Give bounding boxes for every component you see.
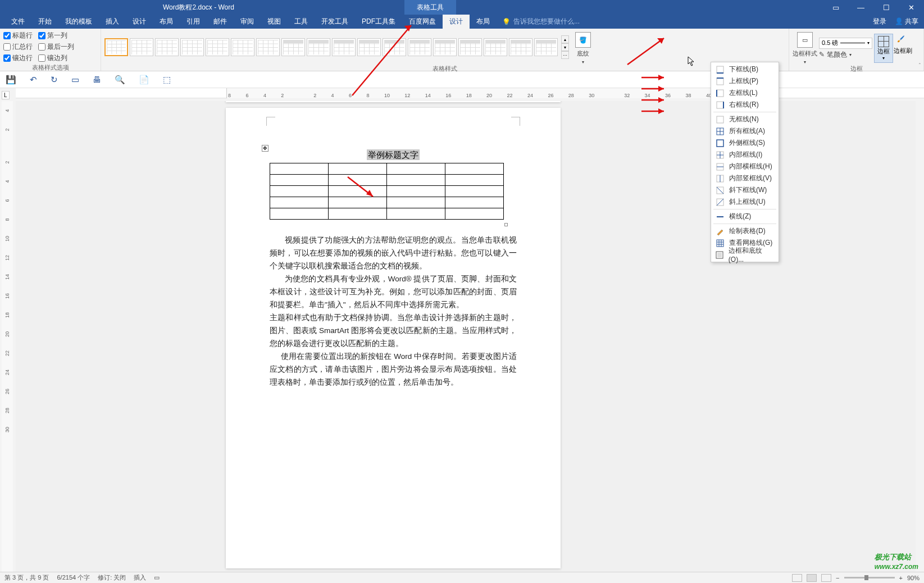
border-menu-top[interactable]: 上框线(P) (711, 75, 779, 87)
view-read-icon[interactable] (792, 574, 802, 582)
gallery-down-icon[interactable]: ▾ (561, 43, 569, 51)
minimize-button[interactable]: — (848, 0, 873, 15)
border-menu-du[interactable]: 斜上框线(U) (711, 196, 779, 208)
menu-view[interactable]: 视图 (261, 15, 288, 29)
status-insert[interactable]: 插入 (134, 573, 146, 582)
border-menu-all[interactable]: 所有框线(A) (711, 125, 779, 137)
ruler-toggle[interactable]: L (2, 91, 10, 99)
zoom-level[interactable]: 90% (907, 575, 920, 581)
border-weight-select[interactable]: 0.5 磅 ▾ (819, 38, 872, 49)
menu-home[interactable]: 开始 (31, 15, 58, 29)
layout-icon[interactable]: ⬚ (163, 75, 171, 85)
gallery-up-icon[interactable]: ▴ (561, 35, 569, 43)
table-resize-handle[interactable] (504, 223, 508, 226)
table-styles-gallery[interactable] (104, 38, 558, 56)
border-menu-iv[interactable]: 内部竖框线(V) (711, 172, 779, 184)
dd-border-icon (716, 186, 725, 195)
border-menu-bottom[interactable]: 下框线(B) (711, 63, 779, 75)
border-menu-dd[interactable]: 斜下框线(W) (711, 184, 779, 196)
vertical-ruler[interactable]: 4224681012141618202224262830 (2, 101, 13, 572)
menu-file[interactable]: 文件 (4, 15, 31, 29)
svg-marker-43 (658, 108, 664, 114)
table-style-item[interactable] (509, 38, 532, 56)
menu-review[interactable]: 审阅 (234, 15, 261, 29)
border-menu-dlg[interactable]: 边框和底纹(O)... (711, 249, 779, 261)
menu-references[interactable]: 引用 (180, 15, 207, 29)
login-button[interactable]: 登录 (873, 17, 886, 26)
find-icon[interactable]: 🔍 (115, 75, 125, 85)
border-menu-right[interactable]: 右框线(R) (711, 99, 779, 111)
table-style-item[interactable] (458, 38, 482, 56)
view-web-icon[interactable] (821, 574, 831, 582)
menu-insert[interactable]: 插入 (99, 15, 126, 29)
svg-rect-6 (717, 102, 723, 108)
document-area[interactable]: ✥ 举例标题文字 视频提供了功能强大的方法帮助您证明您的观点。当您单击联机视频时… (16, 101, 916, 572)
checkbox-total-row[interactable]: 汇总行 (3, 41, 33, 52)
document-body-text[interactable]: 视频提供了功能强大的方法帮助您证明您的观点。当您单击联机视频时，可以在想要添加的… (270, 234, 517, 389)
menu-table-design[interactable]: 设计 (443, 15, 470, 29)
table-style-item[interactable] (155, 38, 179, 56)
table-style-item[interactable] (307, 38, 330, 56)
table-style-item[interactable] (104, 38, 128, 56)
borders-dropdown-button[interactable]: 边框 ▾ (874, 34, 893, 63)
save-icon[interactable]: 💾 (6, 75, 16, 85)
table-style-item[interactable] (534, 38, 558, 56)
status-revise[interactable]: 修订: 关闭 (98, 573, 126, 582)
menu-mail[interactable]: 邮件 (207, 15, 234, 29)
checkbox-banded-row[interactable]: 镶边行 (3, 52, 33, 63)
collapse-ribbon-icon[interactable]: ˆ (919, 63, 921, 69)
table-style-item[interactable] (256, 38, 280, 56)
zoom-in-icon[interactable]: + (899, 575, 903, 581)
view-print-icon[interactable] (807, 574, 817, 582)
horizontal-ruler[interactable]: 8642246810121416182022242628303234363840 (16, 88, 924, 98)
border-menu-outside[interactable]: 外侧框线(S) (711, 137, 779, 149)
menu-tools[interactable]: 工具 (288, 15, 315, 29)
pen-color-button[interactable]: ✎ 笔颜色 ▾ (819, 50, 872, 60)
table-style-item[interactable] (484, 38, 507, 56)
border-menu-left[interactable]: 左框线(L) (711, 87, 779, 99)
status-page[interactable]: 第 3 页，共 9 页 (4, 573, 49, 582)
ribbon-options-icon[interactable]: ▭ (823, 0, 848, 15)
border-menu-hline[interactable]: 横线(Z) (711, 211, 779, 222)
table-style-item[interactable] (206, 38, 229, 56)
new-icon[interactable]: ▭ (71, 75, 79, 85)
menu-layout[interactable]: 布局 (153, 15, 180, 29)
menu-design[interactable]: 设计 (126, 15, 153, 29)
share-button[interactable]: 👤 共享 (895, 17, 918, 26)
document-title[interactable]: 举例标题文字 (226, 150, 561, 161)
document-table[interactable] (270, 163, 504, 220)
menu-my-templates[interactable]: 我的模板 (58, 15, 99, 29)
maximize-button[interactable]: ☐ (873, 0, 899, 15)
border-painter-button[interactable]: 🖌️ 边框刷 (893, 34, 912, 63)
gallery-more-icon[interactable]: ⋯ (561, 51, 569, 59)
table-style-item[interactable] (231, 38, 254, 56)
border-menu-ih[interactable]: 内部横框线(H) (711, 161, 779, 172)
shading-button[interactable]: 🪣 底纹 ▾ (571, 30, 595, 65)
table-style-item[interactable] (180, 38, 204, 56)
redo-icon[interactable]: ↻ (51, 75, 58, 85)
status-record-icon[interactable]: ▭ (154, 574, 160, 581)
close-button[interactable]: ✕ (899, 0, 924, 15)
border-menu-inside[interactable]: 内部框线(I) (711, 149, 779, 161)
border-menu-draw[interactable]: 绘制表格(D) (711, 225, 779, 237)
border-menu-none[interactable]: 无框线(N) (711, 113, 779, 125)
zoom-slider[interactable] (844, 577, 895, 579)
border-style-button[interactable]: ▭ 边框样式 ▾ (793, 30, 817, 65)
undo-icon[interactable]: ↶ (30, 75, 37, 85)
table-style-item[interactable] (281, 38, 305, 56)
checkbox-heading-row[interactable]: 标题行 (3, 30, 33, 41)
copy-icon[interactable]: 📄 (139, 75, 149, 85)
title-bar: Word教程2.docx - Word 表格工具 ▭ — ☐ ✕ (0, 0, 924, 15)
checkbox-last-col[interactable]: 最后一列 (38, 41, 74, 52)
annotation-arrow (625, 34, 670, 72)
zoom-out-icon[interactable]: − (836, 575, 839, 581)
checkbox-first-col[interactable]: 第一列 (38, 30, 74, 41)
print-preview-icon[interactable]: 🖶 (93, 75, 101, 84)
checkbox-banded-col[interactable]: 镶边列 (38, 52, 74, 63)
table-style-item[interactable] (130, 38, 153, 56)
status-words[interactable]: 6/2154 个字 (57, 573, 90, 582)
table-style-item[interactable] (433, 38, 457, 56)
ribbon-group-table-options: 标题行 汇总行 镶边行 第一列 最后一列 镶边列 表格样式选项 (0, 29, 101, 71)
menu-table-layout[interactable]: 布局 (470, 15, 497, 29)
tell-me-search[interactable]: 💡 告诉我您想要做什么... (502, 17, 580, 26)
